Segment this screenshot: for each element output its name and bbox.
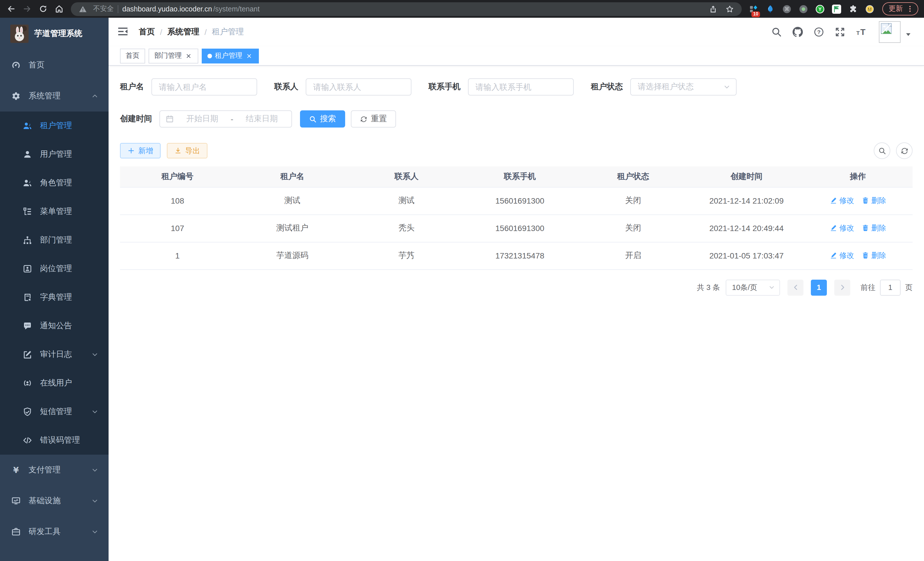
- page-size-select[interactable]: 10条/页: [726, 279, 780, 295]
- search-button[interactable]: 搜索: [300, 110, 345, 128]
- extension-tabs-icon[interactable]: 10: [747, 3, 760, 15]
- browser-toolbar: 不安全 dashboard.yudao.iocoder.cn/system/te…: [0, 0, 924, 18]
- sidebar-item-6[interactable]: 部门管理: [0, 226, 109, 254]
- sidebar-item-13[interactable]: 错误码管理: [0, 426, 109, 455]
- export-button[interactable]: 导出: [167, 143, 207, 158]
- date-range-picker[interactable]: 开始日期 - 结束日期: [159, 110, 292, 128]
- font-size-icon[interactable]: TT: [855, 26, 867, 38]
- page-content: 租户名 联系人 联系手机 租户状态 请选择租户状态: [109, 66, 924, 561]
- goto-page-input[interactable]: [880, 279, 901, 295]
- kebab-menu-icon: [906, 5, 914, 13]
- cell-created: 2021-01-05 17:03:47: [690, 242, 803, 269]
- sidebar-collapse-icon[interactable]: [117, 26, 130, 38]
- row-edit-link[interactable]: 修改: [830, 196, 854, 206]
- tab-2[interactable]: 租户管理: [202, 48, 259, 63]
- reset-button[interactable]: 重置: [351, 110, 396, 128]
- cell-actions: 修改删除: [803, 242, 913, 269]
- browser-reload-icon[interactable]: [35, 2, 50, 16]
- sidebar-item-3[interactable]: 用户管理: [0, 140, 109, 169]
- tab-close-icon[interactable]: [245, 52, 253, 60]
- sidebar-item-7[interactable]: 岗位管理: [0, 254, 109, 283]
- sidebar-item-2[interactable]: 租户管理: [0, 111, 109, 140]
- row-edit-link[interactable]: 修改: [830, 223, 854, 233]
- next-page-button[interactable]: [834, 279, 850, 295]
- add-button[interactable]: 新增: [120, 143, 160, 158]
- sidebar-item-4[interactable]: 角色管理: [0, 169, 109, 197]
- svg-text:Y: Y: [818, 6, 822, 12]
- sidebar-item-8[interactable]: 字典管理: [0, 283, 109, 312]
- sidebar-item-11[interactable]: 在线用户: [0, 369, 109, 397]
- browser-back-icon[interactable]: [3, 2, 18, 16]
- fullscreen-icon[interactable]: [834, 26, 846, 38]
- share-icon[interactable]: [707, 3, 719, 15]
- address-bar[interactable]: 不安全 dashboard.yudao.iocoder.cn/system/te…: [71, 2, 742, 16]
- extension-flag-icon[interactable]: [830, 3, 843, 15]
- contact-input[interactable]: [306, 78, 411, 96]
- column-header-6: 操作: [803, 166, 913, 187]
- extension-emoji-icon[interactable]: [863, 3, 876, 15]
- delete-link-label: 删除: [872, 250, 886, 261]
- sidebar-item-label: 租户管理: [40, 121, 98, 131]
- breadcrumb-separator: /: [205, 27, 207, 37]
- url-path[interactable]: /system/tenant: [213, 5, 260, 13]
- tab-0[interactable]: 首页: [120, 48, 145, 63]
- sidebar-item-5[interactable]: 菜单管理: [0, 197, 109, 226]
- browser-forward-icon[interactable]: [20, 2, 34, 16]
- breadcrumb-home[interactable]: 首页: [139, 27, 155, 37]
- extension-command-icon[interactable]: ⌘: [781, 3, 793, 15]
- extension-y-icon[interactable]: Y: [814, 3, 826, 15]
- avatar[interactable]: [879, 21, 901, 43]
- row-edit-link[interactable]: 修改: [830, 250, 854, 261]
- sidebar-item-14[interactable]: ¥支付管理: [0, 455, 109, 486]
- user-menu[interactable]: [879, 21, 911, 43]
- menu-tree-icon: [23, 207, 32, 216]
- sidebar-item-9[interactable]: 通知公告: [0, 312, 109, 340]
- refresh-icon: [360, 115, 368, 123]
- browser-home-icon[interactable]: [51, 2, 66, 16]
- row-delete-link[interactable]: 删除: [862, 250, 886, 261]
- dictionary-icon: [23, 293, 32, 302]
- page-number-1[interactable]: 1: [811, 279, 827, 295]
- url-host[interactable]: dashboard.yudao.iocoder.cn: [122, 5, 212, 13]
- refresh-table-button[interactable]: [896, 142, 913, 159]
- announcement-icon: [23, 321, 32, 331]
- search-icon: [309, 115, 316, 123]
- table-row: 1芋道源码芋艿17321315478开启2021-01-05 17:03:47修…: [120, 242, 913, 269]
- audit-log-icon: [23, 350, 32, 359]
- breadcrumb-system[interactable]: 系统管理: [167, 27, 200, 37]
- github-icon[interactable]: [792, 26, 803, 38]
- phone-input[interactable]: [468, 78, 574, 96]
- cell-status: 关闭: [577, 214, 690, 242]
- tab-close-icon[interactable]: [184, 52, 193, 60]
- tab-1[interactable]: 部门管理: [148, 48, 198, 63]
- extension-puzzle-icon[interactable]: [847, 3, 860, 15]
- header-search-icon[interactable]: [771, 26, 782, 38]
- security-label[interactable]: 不安全: [93, 4, 114, 14]
- chevron-left-icon: [792, 284, 799, 290]
- sidebar-item-0[interactable]: 首页: [0, 50, 109, 81]
- error-code-icon: [23, 436, 32, 445]
- extension-record-icon[interactable]: [797, 3, 810, 15]
- chevron-down-icon: [92, 528, 98, 535]
- extension-balloon-icon[interactable]: [764, 3, 777, 15]
- row-delete-link[interactable]: 删除: [862, 196, 886, 206]
- tags-view-bar: 首页部门管理租户管理: [109, 46, 924, 66]
- status-select[interactable]: 请选择租户状态: [630, 78, 736, 96]
- sidebar-item-10[interactable]: 审计日志: [0, 340, 109, 369]
- sidebar-item-16[interactable]: 研发工具: [0, 516, 109, 547]
- column-header-2: 联系人: [350, 166, 463, 187]
- cell-actions: 修改删除: [803, 187, 913, 214]
- help-icon[interactable]: ?: [813, 26, 825, 38]
- browser-update-button[interactable]: 更新: [882, 2, 918, 15]
- status-label: 租户状态: [591, 82, 623, 92]
- bookmark-star-icon[interactable]: [723, 3, 736, 15]
- navbar-actions: ? TT: [771, 21, 911, 43]
- app-logo-row[interactable]: 芋道管理系统: [0, 18, 109, 50]
- sidebar-item-12[interactable]: 短信管理: [0, 397, 109, 426]
- prev-page-button[interactable]: [788, 279, 803, 295]
- toggle-search-button[interactable]: [874, 142, 890, 159]
- row-delete-link[interactable]: 删除: [862, 223, 886, 233]
- sidebar-item-1[interactable]: 系统管理: [0, 81, 109, 111]
- sidebar-item-15[interactable]: 基础设施: [0, 486, 109, 516]
- tenant-name-input[interactable]: [152, 78, 257, 96]
